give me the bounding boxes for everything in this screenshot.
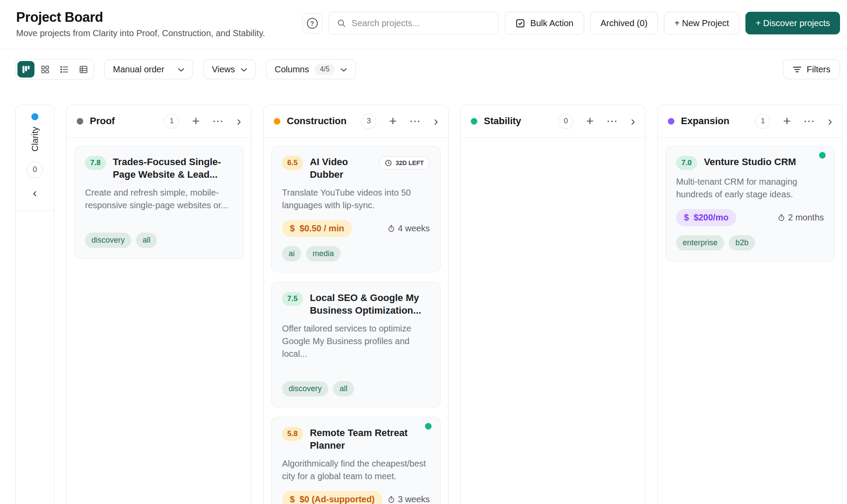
collapse-column-button[interactable]: › — [237, 115, 241, 128]
proof-count-badge: 1 — [164, 114, 179, 129]
filters-button[interactable]: Filters — [783, 59, 840, 79]
column-proof: Proof 1 + ⋯ › 7.8 Trades-Focused Single-… — [66, 105, 252, 504]
project-card[interactable]: 7.0 Venture Studio CRM Multi-tenant CRM … — [665, 146, 835, 261]
kanban-view-button[interactable] — [17, 61, 34, 78]
duration: 3 weeks — [388, 494, 430, 504]
help-icon: ? — [307, 18, 318, 29]
duration-label: 2 months — [788, 213, 824, 223]
column-clarity-collapsed[interactable]: Clarity 0 ‹ — [15, 105, 54, 504]
add-card-button[interactable]: + — [586, 115, 594, 128]
stopwatch-icon — [388, 225, 395, 232]
grid-icon — [41, 65, 50, 74]
card-title: Local SEO & Google My Business Optimizat… — [310, 291, 430, 317]
table-icon — [79, 65, 88, 74]
column-header-proof: Proof 1 + ⋯ › — [67, 105, 251, 138]
tag: media — [306, 246, 340, 261]
project-card[interactable]: 7.8 Trades-Focused Single-Page Website &… — [74, 146, 244, 259]
collapse-column-button[interactable]: › — [828, 115, 832, 128]
card-tags: ai media — [282, 246, 430, 261]
price-pill: $ $0.50 / min — [282, 220, 352, 237]
discover-projects-button[interactable]: + Discover projects — [745, 12, 840, 34]
price-label: $0.50 / min — [299, 223, 344, 233]
column-expansion: Expansion 1 + ⋯ › 7.0 Venture Studio CRM… — [657, 105, 843, 504]
active-status-dot — [819, 152, 826, 159]
chevron-left-icon[interactable]: ‹ — [33, 186, 37, 200]
card-top-row: 7.8 Trades-Focused Single-Page Website &… — [85, 156, 233, 181]
tag: discovery — [85, 233, 131, 248]
tag: all — [333, 381, 354, 396]
tag: discovery — [282, 381, 328, 396]
collapse-column-button[interactable]: › — [631, 115, 635, 128]
new-project-label: + New Project — [674, 18, 729, 28]
score-badge: 6.5 — [282, 156, 303, 170]
duration-label: 3 weeks — [398, 494, 430, 504]
search-box[interactable] — [329, 12, 499, 34]
project-card[interactable]: 5.8 Remote Team Retreat Planner Algorith… — [271, 417, 441, 504]
card-description: Offer tailored services to optimize Goog… — [282, 322, 430, 360]
collapse-column-button[interactable]: › — [434, 115, 438, 128]
new-project-button[interactable]: + New Project — [664, 12, 739, 34]
table-view-button[interactable] — [75, 61, 92, 78]
project-board-page: Project Board Move projects from Clarity… — [0, 0, 847, 504]
column-menu-button[interactable]: ⋯ — [803, 115, 815, 127]
tag: ai — [282, 246, 301, 261]
chevron-down-icon — [178, 68, 184, 72]
card-tags: discovery all — [282, 381, 430, 396]
score-badge: 7.5 — [282, 292, 303, 306]
column-body-construction: 6.5 AI Video Dubber 32D LEFT Translate Y… — [264, 138, 448, 504]
construction-status-dot — [274, 118, 280, 125]
duration-label: 4 weeks — [398, 223, 430, 233]
column-header-expansion: Expansion 1 + ⋯ › — [658, 105, 842, 138]
project-card[interactable]: 7.5 Local SEO & Google My Business Optim… — [271, 282, 441, 407]
column-stability: Stability 0 + ⋯ › — [460, 105, 646, 504]
checkbox-icon — [515, 18, 525, 28]
kanban-board: Clarity 0 ‹ Proof 1 + ⋯ › 7.8 Trades-Foc… — [0, 105, 847, 504]
chevron-down-icon — [340, 68, 347, 72]
add-card-button[interactable]: + — [783, 115, 791, 128]
column-menu-button[interactable]: ⋯ — [606, 115, 618, 127]
clarity-count-badge: 0 — [27, 162, 43, 178]
kanban-icon — [21, 65, 31, 74]
title-block: Project Board Move projects from Clarity… — [16, 10, 265, 38]
toolbar-left: Manual order Views Columns 4/5 — [15, 59, 356, 80]
archived-label: Archived (0) — [601, 18, 648, 28]
proof-status-dot — [77, 118, 83, 125]
score-badge: 7.8 — [85, 156, 106, 170]
construction-count-badge: 3 — [361, 114, 376, 129]
card-description: Multi-tenant CRM for managing hundreds o… — [676, 176, 824, 201]
page-title: Project Board — [16, 10, 265, 25]
tag: b2b — [729, 235, 755, 250]
expansion-status-dot — [668, 118, 674, 125]
dollar-icon: $ — [290, 494, 295, 504]
project-card[interactable]: 6.5 AI Video Dubber 32D LEFT Translate Y… — [271, 146, 441, 272]
help-button[interactable]: ? — [302, 13, 323, 34]
column-menu-button[interactable]: ⋯ — [409, 115, 421, 127]
column-construction: Construction 3 + ⋯ › 6.5 AI Video Dubber… — [263, 105, 449, 504]
column-body-stability — [461, 138, 645, 154]
deadline-chip: 32D LEFT — [379, 156, 430, 169]
active-status-dot — [425, 423, 432, 430]
search-input[interactable] — [352, 18, 490, 28]
chevron-down-icon — [241, 68, 247, 72]
views-dropdown[interactable]: Views — [203, 59, 256, 79]
grid-view-button[interactable] — [37, 61, 54, 78]
duration: 4 weeks — [388, 223, 430, 233]
card-title: AI Video Dubber — [310, 156, 372, 181]
score-badge: 7.0 — [676, 156, 697, 170]
clarity-status-dot — [31, 113, 38, 120]
card-meta-row: $ $0 (Ad-supported) 3 weeks — [282, 491, 430, 504]
add-card-button[interactable]: + — [192, 115, 200, 128]
sort-order-dropdown[interactable]: Manual order — [104, 59, 193, 79]
stopwatch-icon — [388, 496, 395, 503]
list-view-button[interactable] — [56, 61, 73, 78]
column-menu-button[interactable]: ⋯ — [212, 115, 224, 127]
card-top-row: 6.5 AI Video Dubber 32D LEFT — [282, 156, 430, 181]
archived-button[interactable]: Archived (0) — [590, 12, 658, 34]
discover-projects-label: + Discover projects — [755, 18, 830, 28]
columns-dropdown[interactable]: Columns 4/5 — [266, 59, 356, 79]
card-description: Algorithmically find the cheapest/best c… — [282, 457, 430, 483]
add-card-button[interactable]: + — [389, 115, 397, 128]
filters-label: Filters — [807, 64, 830, 74]
column-name-expansion: Expansion — [681, 115, 755, 127]
bulk-action-button[interactable]: Bulk Action — [505, 12, 584, 34]
